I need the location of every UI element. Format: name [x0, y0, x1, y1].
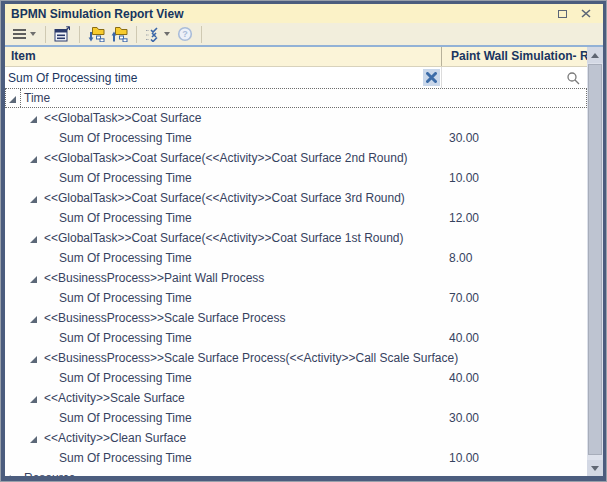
group-row[interactable]: Time [5, 88, 587, 108]
column-header-item[interactable]: Item [5, 47, 441, 66]
menu-icon [13, 29, 26, 39]
expand-all-button[interactable] [86, 24, 107, 44]
row-label: <<BusinessProcess>>Paint Wall Process [44, 271, 264, 285]
scrollbar-thumb[interactable] [588, 64, 602, 455]
close-button[interactable] [579, 7, 593, 20]
value-row[interactable]: Sum Of Processing Time30.00 [5, 128, 587, 148]
tree-row[interactable]: <<Activity>>Scale Surface [5, 388, 587, 408]
clear-filter-icon [426, 72, 437, 83]
row-value: 40.00 [449, 331, 479, 345]
window-title: BPMN Simulation Report View [11, 7, 183, 21]
scroll-up-button[interactable] [587, 47, 603, 63]
clear-filter-button[interactable] [423, 69, 440, 86]
row-label: Resource [24, 471, 75, 476]
export-csv-icon [54, 26, 71, 42]
tree-row[interactable]: <<BusinessProcess>>Scale Surface Process… [5, 348, 587, 368]
title-controls [555, 7, 597, 20]
row-value: 30.00 [449, 411, 479, 425]
expand-all-icon [88, 26, 105, 42]
expanded-arrow-icon[interactable] [29, 233, 38, 242]
toolbar-separator [45, 26, 46, 43]
menu-button[interactable] [11, 24, 28, 44]
titlebar[interactable]: BPMN Simulation Report View [5, 4, 603, 23]
collapsed-arrow-icon[interactable] [8, 473, 17, 476]
group-row[interactable]: Resource [5, 468, 587, 476]
scroll-up-icon [591, 53, 599, 58]
row-value: 10.00 [449, 451, 479, 465]
expanded-arrow-icon[interactable] [29, 113, 38, 122]
expanded-arrow-icon[interactable] [29, 433, 38, 442]
expanded-arrow-icon[interactable] [29, 313, 38, 322]
expanded-arrow-icon[interactable] [29, 273, 38, 282]
value-row[interactable]: Sum Of Processing Time8.00 [5, 248, 587, 268]
value-row[interactable]: Sum Of Processing Time10.00 [5, 168, 587, 188]
row-value: 40.00 [449, 371, 479, 385]
row-label: Sum Of Processing Time [59, 451, 192, 465]
row-value: 12.00 [449, 211, 479, 225]
row-value: 10.00 [449, 171, 479, 185]
vertical-scrollbar[interactable] [587, 47, 603, 476]
value-row[interactable]: Sum Of Processing Time12.00 [5, 208, 587, 228]
tree-row[interactable]: <<BusinessProcess>>Paint Wall Process [5, 268, 587, 288]
collapse-all-icon [111, 26, 128, 42]
row-label: <<Activity>>Scale Surface [44, 391, 185, 405]
focus-cell-divider [20, 89, 21, 107]
filter-text: Sum Of Processing time [8, 71, 137, 85]
scroll-down-button[interactable] [587, 460, 603, 476]
row-label: <<GlobalTask>>Coat Surface(<<Activity>>C… [44, 151, 408, 165]
value-row[interactable]: Sum Of Processing Time40.00 [5, 328, 587, 348]
row-label: <<GlobalTask>>Coat Surface(<<Activity>>C… [44, 191, 405, 205]
row-label: <<BusinessProcess>>Scale Surface Process… [44, 351, 458, 365]
filter-options-icon [145, 27, 160, 42]
row-value: 8.00 [449, 251, 472, 265]
tree-row[interactable]: <<GlobalTask>>Coat Surface(<<Activity>>C… [5, 148, 587, 168]
dropdown-caret-icon[interactable] [164, 32, 170, 36]
row-value: 70.00 [449, 291, 479, 305]
expanded-arrow-icon[interactable] [29, 393, 38, 402]
row-label: <<Activity>>Clean Surface [44, 431, 186, 445]
row-label: Sum Of Processing Time [59, 171, 192, 185]
value-row[interactable]: Sum Of Processing Time70.00 [5, 288, 587, 308]
report-grid: Time<<GlobalTask>>Coat SurfaceSum Of Pro… [5, 88, 587, 476]
expanded-arrow-icon[interactable] [29, 153, 38, 162]
filter-input[interactable]: Sum Of Processing time [5, 67, 441, 88]
report-body: Item Paint Wall Simulation- R... Sum Of … [5, 47, 603, 476]
collapse-all-button[interactable] [109, 24, 130, 44]
row-label: Time [24, 91, 50, 105]
row-label: Sum Of Processing Time [59, 131, 192, 145]
maximize-button[interactable] [555, 7, 569, 20]
toolbar-separator [201, 26, 202, 43]
tree-row[interactable]: <<GlobalTask>>Coat Surface(<<Activity>>C… [5, 228, 587, 248]
tree-row[interactable]: <<BusinessProcess>>Scale Surface Process [5, 308, 587, 328]
row-label: Sum Of Processing Time [59, 331, 192, 345]
filter-options-button[interactable] [143, 24, 162, 44]
scroll-down-icon [591, 466, 599, 471]
bpmn-simulation-report-window: BPMN Simulation Report View ? Item Paint… [0, 0, 607, 482]
expanded-arrow-icon[interactable] [29, 193, 38, 202]
column-header-row: Item Paint Wall Simulation- R... [5, 47, 587, 67]
tree-row[interactable]: <<GlobalTask>>Coat Surface [5, 108, 587, 128]
toolbar-separator [79, 26, 80, 43]
toolbar: ? [5, 23, 603, 45]
filter-result-cell[interactable] [441, 67, 587, 88]
row-label: <<BusinessProcess>>Scale Surface Process [44, 311, 285, 325]
toolbar-separator [136, 26, 137, 43]
row-label: <<GlobalTask>>Coat Surface(<<Activity>>C… [44, 231, 404, 245]
column-header-result[interactable]: Paint Wall Simulation- R... [441, 47, 587, 66]
row-value: 30.00 [449, 131, 479, 145]
expanded-arrow-icon[interactable] [8, 93, 17, 102]
expanded-arrow-icon[interactable] [29, 353, 38, 362]
tree-row[interactable]: <<Activity>>Clean Surface [5, 428, 587, 448]
tree-row[interactable]: <<GlobalTask>>Coat Surface(<<Activity>>C… [5, 188, 587, 208]
row-label: Sum Of Processing Time [59, 411, 192, 425]
row-label: <<GlobalTask>>Coat Surface [44, 111, 201, 125]
window-client: BPMN Simulation Report View ? Item Paint… [5, 4, 603, 476]
maximize-icon [558, 10, 567, 18]
dropdown-caret-icon[interactable] [30, 32, 36, 36]
value-row[interactable]: Sum Of Processing Time40.00 [5, 368, 587, 388]
row-label: Sum Of Processing Time [59, 291, 192, 305]
value-row[interactable]: Sum Of Processing Time10.00 [5, 448, 587, 468]
export-csv-button[interactable] [52, 24, 73, 44]
value-row[interactable]: Sum Of Processing Time30.00 [5, 408, 587, 428]
search-icon [566, 71, 580, 85]
